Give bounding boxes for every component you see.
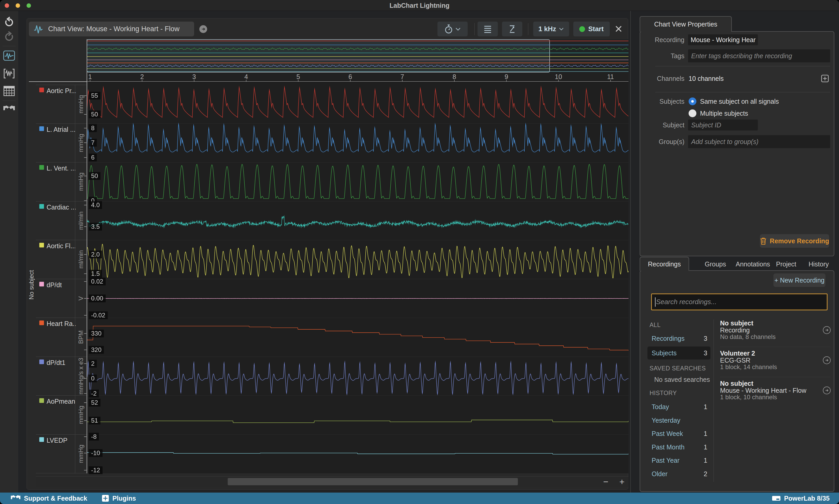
time-tick-label: 6 [348,73,352,80]
facet-subjects[interactable]: Subjects [652,349,677,357]
time-tick-label: 11 [607,73,614,80]
channel-row-label[interactable]: Cardiac ...ml/min [36,201,87,240]
facet-history-today-count: 1 [697,403,707,411]
y-axis-tick-label: 2.0 [89,251,102,258]
facet-history-older[interactable]: Older [652,470,668,478]
channel-color-swatch[interactable] [39,88,44,92]
open-recording-icon[interactable] [823,356,831,364]
undo-icon[interactable] [0,17,18,28]
tab-chart-view-properties[interactable]: Chart View Properties [640,16,732,32]
time-tick-label: 8 [452,73,456,80]
tab-groups[interactable]: Groups [705,260,726,268]
table-view-icon[interactable] [0,86,18,96]
scope-view-icon[interactable] [0,68,18,79]
tab-recordings[interactable]: Recordings [640,257,689,271]
open-recording-icon[interactable] [823,386,831,394]
sample-rate-dropdown[interactable]: 1 kHz [533,22,569,36]
y-axis-tick-label: 50 [89,110,100,118]
radio-multiple-subjects-label: Multiple subjects [700,110,748,117]
channel-unit: ml/min [75,240,87,279]
recording-value: Mouse - Working Hear [691,36,756,44]
channel-color-swatch[interactable] [39,321,44,325]
recording-item-name: Mouse - Working Heart - Flow [720,387,806,394]
channel-row-label[interactable]: LVEDPmmHg [36,435,87,473]
add-view-icon[interactable] [199,25,207,33]
time-mode-button[interactable] [438,22,468,36]
facet-recordings[interactable]: Recordings [652,335,684,342]
channel-color-swatch[interactable] [39,126,44,131]
saved-searches-empty: No saved searches [654,376,710,383]
add-channel-icon[interactable] [821,74,829,84]
subject-input[interactable]: Subject ID [688,120,758,130]
overview-strip[interactable] [87,39,629,73]
zoom-out-button[interactable]: − [601,477,611,487]
status-bar: Support & Feedback Plugins PowerLab 8/35 [0,492,839,504]
chart-view-tab[interactable]: Chart View: Mouse - Working Heart - Flow [29,22,194,36]
handshake-icon [11,494,21,502]
remove-recording-label: Remove Recording [770,237,829,245]
channel-row-label[interactable]: dP/dt1mmHg/s x e3 [36,357,87,396]
time-tick-label: 10 [555,73,562,80]
channel-row-label[interactable]: dP/dtV [36,279,87,318]
channel-color-swatch[interactable] [39,398,44,403]
tags-input[interactable]: Enter tags describing the recording [688,49,830,62]
chevron-down-icon [559,27,564,31]
tab-project[interactable]: Project [776,260,796,268]
support-icon[interactable] [0,105,18,114]
channel-row-label[interactable]: L. Atrial ...mmHg [36,124,87,163]
chart-tab-bar: Chart View: Mouse - Working Heart - Flow… [27,18,628,39]
plot-area[interactable]: 55508765004.03.52.01.50.020.00-0.0233032… [87,82,629,473]
channel-color-swatch[interactable] [39,282,44,286]
open-recording-icon[interactable] [823,326,831,334]
close-view-icon[interactable] [614,25,623,34]
recording-item-meta: 1 block, 10 channels [720,394,777,401]
tab-annotations[interactable]: Annotations [736,260,770,268]
channel-color-swatch[interactable] [39,243,44,248]
recording-value-field[interactable]: Mouse - Working Hear [688,34,758,45]
channel-name: dP/dt1 [47,359,65,366]
time-tick-label: 1 [88,73,92,80]
time-tick-label: 3 [192,73,196,80]
channel-color-swatch[interactable] [39,204,44,209]
chart-view-icon[interactable] [0,50,18,61]
powerlab-status[interactable]: PowerLab 8/35 [772,494,829,502]
autoscale-button[interactable] [502,22,522,36]
time-tick-label: 9 [504,73,508,80]
zoom-in-button[interactable]: + [617,477,627,487]
channel-name: AoPmean [47,398,75,405]
groups-label: Group(s) [640,138,684,146]
channel-row-label[interactable]: L. Vent. ...mmHg [36,162,87,201]
channel-color-swatch[interactable] [39,165,44,170]
channel-color-swatch[interactable] [39,437,44,442]
left-toolbar [0,11,18,492]
facet-history-yesterday[interactable]: Yesterday [652,416,680,424]
facet-history-past-month[interactable]: Past Month [652,443,684,451]
facet-history-past-week[interactable]: Past Week [652,430,683,437]
channel-row-label[interactable]: Aortic Pr...mmHg [36,85,87,124]
start-button[interactable]: Start [573,22,610,36]
facet-history-today[interactable]: Today [652,403,669,411]
support-feedback-button[interactable]: Support & Feedback [11,494,87,502]
radio-same-subject[interactable] [689,97,697,105]
radio-multiple-subjects[interactable] [689,109,697,117]
channel-row-label[interactable]: Heart Ra...BPM [36,318,87,357]
groups-input[interactable]: Add subject to group(s) [688,135,830,148]
channels-value: 10 channels [689,75,724,83]
channel-row-label[interactable]: AoPmeanmmHg [36,396,87,435]
y-axis-tick-label: 0.00 [89,294,106,302]
subjects-label: Subjects [640,98,684,105]
powerlab-icon [772,495,781,502]
scrollbar-thumb[interactable] [228,478,518,485]
new-recording-button[interactable]: + New Recording [773,273,825,287]
search-recordings-input[interactable]: Search recordings... [651,293,827,310]
tab-history[interactable]: History [808,260,829,268]
channel-color-swatch[interactable] [39,359,44,364]
facet-history-past-year[interactable]: Past Year [652,457,680,464]
channel-row-label[interactable]: Aortic Fl...ml/min [36,240,87,279]
remove-recording-button[interactable]: Remove Recording [760,234,829,248]
plugins-button[interactable]: Plugins [102,494,136,502]
redo-icon[interactable] [0,31,18,43]
view-layout-button[interactable] [478,22,498,36]
facet-header-saved-searches: SAVED SEARCHES [650,365,706,372]
facet-history-older-count: 2 [697,470,707,478]
